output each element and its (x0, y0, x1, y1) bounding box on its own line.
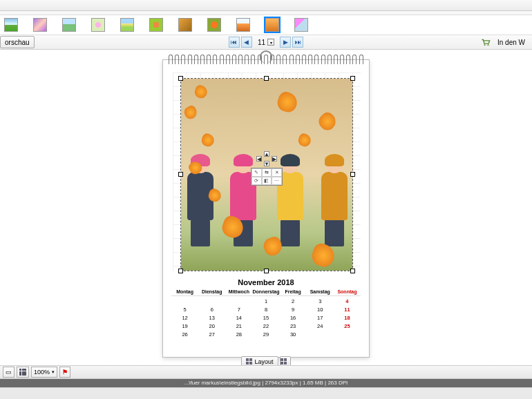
move-left[interactable]: ◀ (256, 156, 262, 162)
calendar-weekday-header: Montag Dienstag Mittwoch Donnerstag Frei… (171, 289, 361, 296)
page-number-display: 11 ▾ (258, 39, 274, 46)
calendar-cell: 29 (252, 331, 279, 339)
resize-handle-tm[interactable] (264, 76, 269, 81)
calendar-cell: 10 (307, 306, 334, 314)
calendar-cell (171, 298, 198, 306)
calendar-cell: 14 (225, 314, 252, 322)
status-bar: ...\fuer markus\einstiegsbild.jpg | 2794… (0, 379, 532, 387)
menubar-area (0, 0, 532, 11)
calendar-cell: 27 (198, 331, 225, 339)
last-page-button[interactable]: ⏭ (292, 37, 303, 48)
weekday-thu: Donnerstag (252, 289, 279, 294)
layout-label: Layout (254, 358, 273, 365)
move-right[interactable]: ▶ (272, 156, 277, 162)
weekday-sat: Samstag (307, 289, 334, 294)
thumb-page-3[interactable] (62, 18, 76, 32)
calendar-cell: 15 (252, 314, 279, 322)
calendar-cell (307, 331, 334, 339)
resize-handle-tl[interactable] (178, 76, 183, 81)
calendar-month-title: November 2018 (163, 278, 369, 286)
thumb-page-4[interactable] (91, 18, 105, 32)
tool-4[interactable]: ⟳ (251, 177, 262, 185)
weekday-mon: Montag (171, 289, 198, 294)
page-thumbnails (0, 15, 532, 35)
thumb-page-1[interactable] (4, 18, 18, 32)
thumb-page-6[interactable] (149, 18, 163, 32)
tool-2[interactable]: ⇆ (262, 168, 272, 177)
weekday-sun: Sonntag (334, 289, 361, 294)
calendar-cell: 3 (307, 298, 334, 306)
photo-selection[interactable]: ▲ ▼ ◀ ▶ ✎ ⇆ ✕ ⟳ ◧ ⋯ (181, 79, 352, 271)
tool-1[interactable]: ✎ (251, 168, 262, 177)
calendar-grid: Montag Dienstag Mittwoch Donnerstag Frei… (171, 289, 361, 339)
resize-handle-tr[interactable] (350, 76, 355, 81)
tool-6[interactable]: ⋯ (272, 177, 282, 185)
tool-3[interactable]: ✕ (272, 168, 282, 177)
calendar-cell: 18 (334, 314, 361, 322)
page-number-value: 11 (258, 39, 265, 46)
calendar-cell: 20 (198, 322, 225, 331)
calendar-row: 19202122232425 (171, 322, 361, 331)
calendar-cell: 4 (334, 298, 361, 306)
warning-button[interactable]: ⚑ (59, 367, 70, 378)
tool-5[interactable]: ◧ (262, 177, 272, 185)
resize-handle-ml[interactable] (178, 172, 183, 177)
status-gap (0, 387, 532, 395)
add-to-cart-button[interactable]: In den W (493, 36, 529, 48)
first-page-button[interactable]: ⏮ (229, 37, 240, 48)
editor-canvas: ▲ ▼ ◀ ▶ ✎ ⇆ ✕ ⟳ ◧ ⋯ November 2018 Montag (0, 52, 532, 367)
prev-page-button[interactable]: ◀ (241, 37, 252, 48)
calendar-cell: 22 (252, 322, 279, 331)
thumb-page-2[interactable] (33, 18, 47, 32)
view-toolbar: ▭ 100% ⚑ (0, 365, 532, 379)
svg-point-1 (487, 44, 488, 46)
thumb-page-5[interactable] (120, 18, 134, 32)
page-nav-bar: orschau ⏮ ◀ 11 ▾ ▶ ⏭ In den W (0, 35, 532, 50)
calendar-cell: 2 (280, 298, 307, 306)
calendar-row: 12131415161718 (171, 314, 361, 322)
calendar-cell: 24 (307, 322, 334, 331)
calendar-cell: 5 (171, 306, 198, 314)
calendar-cell: 1 (252, 298, 279, 306)
calendar-cell: 25 (334, 322, 361, 331)
calendar-cell: 9 (280, 306, 307, 314)
calendar-cell: 23 (280, 322, 307, 331)
calendar-page-preview: ▲ ▼ ◀ ▶ ✎ ⇆ ✕ ⟳ ◧ ⋯ November 2018 Montag (162, 59, 370, 358)
move-down[interactable]: ▼ (264, 161, 269, 166)
svg-point-0 (484, 44, 486, 46)
thumb-page-7[interactable] (178, 18, 192, 32)
page-dropdown[interactable]: ▾ (267, 39, 274, 46)
thumb-page-9[interactable] (236, 18, 250, 32)
view-grid-button[interactable] (17, 367, 29, 378)
calendar-cell: 17 (307, 314, 334, 322)
view-single-button[interactable]: ▭ (3, 367, 15, 378)
thumb-page-8[interactable] (207, 18, 221, 32)
resize-handle-br[interactable] (350, 269, 355, 273)
move-up[interactable]: ▲ (264, 151, 269, 157)
spiral-binding (169, 55, 363, 64)
zoom-dropdown[interactable]: 100% (31, 367, 57, 378)
footer-strip (0, 395, 532, 399)
inline-edit-toolbar: ✎ ⇆ ✕ ⟳ ◧ ⋯ (251, 168, 283, 186)
resize-handle-bl[interactable] (178, 269, 183, 273)
weekday-fri: Freitag (280, 289, 307, 294)
calendar-cell: 8 (252, 306, 279, 314)
calendar-cell (334, 331, 361, 339)
preview-button[interactable]: orschau (0, 36, 35, 48)
resize-handle-bm[interactable] (264, 269, 269, 273)
calendar-row: 567891011 (171, 306, 361, 314)
thumb-page-11[interactable] (294, 18, 308, 32)
calendar-cell: 16 (280, 314, 307, 322)
calendar-cell (225, 298, 252, 306)
thumb-page-10[interactable] (265, 18, 279, 32)
next-page-button[interactable]: ▶ (280, 37, 291, 48)
resize-handle-mr[interactable] (350, 172, 355, 177)
calendar-cell: 19 (171, 322, 198, 331)
weekday-tue: Dienstag (198, 289, 225, 294)
photo-drop-area[interactable]: ▲ ▼ ◀ ▶ ✎ ⇆ ✕ ⟳ ◧ ⋯ (173, 72, 361, 271)
move-arrows: ▲ ▼ ◀ ▶ (256, 151, 277, 166)
calendar-cell: 12 (171, 314, 198, 322)
calendar-cell: 13 (198, 314, 225, 322)
calendar-cell: 11 (334, 306, 361, 314)
calendar-cell: 21 (225, 322, 252, 331)
